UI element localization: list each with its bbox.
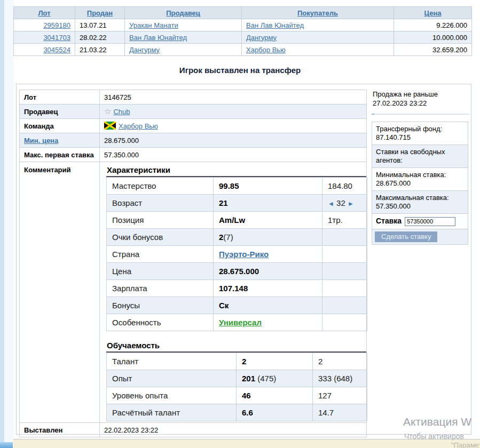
spacer (106, 331, 366, 339)
char-row: Бонусы Ск (107, 297, 367, 314)
comment-row: Комментарий Характеристики Мастерство 99… (20, 162, 367, 423)
seller-link[interactable]: Ван Лав Юнайтед (129, 34, 187, 42)
sold-date: 28.02.22 (75, 31, 125, 44)
comment-label: Комментарий (20, 162, 100, 423)
max-bid-value: 57.350.000 (376, 202, 411, 210)
bid-label: Ставка (376, 217, 402, 225)
min-bid-row: Минимальная ставка: 28.675.000 (372, 168, 468, 191)
free-agent-bids-row: Ставки на свободных агентов: (372, 145, 468, 168)
free-agent-bids-label: Ставки на свободных агентов: (372, 145, 468, 168)
min-bid-value: 28.675.000 (376, 179, 411, 187)
characteristics-table: Мастерство 99.85 184.80 Возраст 21 ◄ 32 … (106, 177, 367, 331)
training-row: Талант 2 2 (107, 353, 367, 370)
history-row: 3045524 21.03.22 Дангурму Харбор Вью 32.… (14, 44, 472, 56)
min-price-row: Мин. цена 28.675.000 (20, 133, 367, 148)
sort-price-link[interactable]: Цена (424, 9, 442, 17)
lot-link[interactable]: 3045524 (43, 46, 70, 54)
age-compare-value: 32 (336, 198, 345, 207)
windows-activation-watermark-line1: Активация W (403, 415, 471, 428)
char-row: Мастерство 99.85 184.80 (107, 178, 367, 195)
buyer-link[interactable]: Харбор Вью (246, 46, 286, 54)
listed-label: Выставлен (20, 423, 100, 437)
lot-label: Лот (20, 90, 100, 105)
age-next-icon[interactable]: ► (348, 200, 354, 207)
transfer-fund-label: Трансферный фонд: (376, 125, 442, 133)
listed-row: Выставлен 22.02.2023 23:22 (20, 423, 367, 437)
sort-seller-link[interactable]: Продавец (166, 9, 200, 17)
seller-row: Продавец ☆Chub (20, 105, 367, 119)
bid-button-row: Сделать ставку (372, 229, 468, 244)
max-first-bid-label: Макс. первая ставка (20, 148, 100, 162)
page-title: Игрок выставлен на трансфер (0, 66, 480, 75)
lot-link[interactable]: 2959180 (43, 21, 70, 29)
buyer-link[interactable]: Дангурму (246, 34, 277, 42)
bid-info-table: Трансферный фонд: 87.140.715 Ставки на с… (372, 122, 468, 245)
seller-link[interactable]: Дангурму (129, 46, 160, 54)
bottom-left-blue-bar (0, 442, 13, 448)
specialty-link[interactable]: Универсал (219, 318, 262, 327)
price-value: 10.000.000 (394, 31, 472, 44)
char-row: Позиция Am/Lw 1тр. (107, 212, 367, 229)
windows-activation-watermark-line2: Чтобы активиров (404, 432, 464, 441)
listed-value: 22.02.2023 23:22 (100, 423, 367, 437)
transfer-fund-row: Трансферный фонд: 87.140.715 (372, 122, 468, 145)
max-bid-row: Максимальная ставка: 57.350.000 (372, 191, 468, 214)
price-value: 32.659.200 (394, 44, 472, 56)
lot-row: Лот 3146725 (20, 90, 367, 105)
history-header-row: Лот Продан Продавец Покупатель Цена (14, 7, 472, 19)
sort-sold-link[interactable]: Продан (87, 9, 113, 17)
char-row: Очки бонусов 2(7) (107, 229, 367, 246)
seller-link[interactable]: Уракан Манати (129, 21, 178, 29)
transfer-history-table: Лот Продан Продавец Покупатель Цена 2959… (13, 6, 472, 56)
country-link[interactable]: Пуэрто-Рико (219, 250, 269, 259)
char-row-age: Возраст 21 ◄ 32 ► (107, 195, 367, 212)
bid-input[interactable] (405, 217, 455, 226)
char-row-specialty: Особенность Универсал (107, 314, 367, 331)
buyer-link[interactable]: Ван Лав Юнайтед (246, 21, 304, 29)
training-table: Талант 2 2 Опыт 201 (475) 333 (648) Уров… (106, 353, 367, 421)
sale-not-before-line2: 27.02.2023 23:22 (372, 99, 469, 108)
max-first-bid-row: Макс. первая ставка 57.350.000 (20, 148, 367, 162)
lot-value: 3146725 (100, 90, 367, 105)
history-row: 3041703 28.02.22 Ван Лав Юнайтед Дангурм… (14, 31, 472, 44)
sale-not-before-line1: Продажа не раньше (372, 90, 469, 99)
team-label: Команда (20, 119, 100, 133)
training-row: Уровень опыта 46 127 (107, 387, 367, 404)
transfer-fund-value: 87.140.715 (376, 133, 411, 141)
price-value: 9.226.000 (394, 19, 472, 31)
char-row: Зарплата 107.148 (107, 280, 367, 297)
team-row: Команда Харбор Вью (20, 119, 367, 133)
lot-detail-table: Лот 3146725 Продавец ☆Chub Команда Харбо… (19, 90, 367, 437)
char-row: Цена 28.675.000 (107, 263, 367, 280)
seller-label: Продавец (20, 105, 100, 119)
make-bid-button[interactable]: Сделать ставку (375, 231, 437, 242)
lot-link[interactable]: 3041703 (43, 34, 70, 42)
bid-input-row: Ставка (372, 214, 468, 229)
characteristics-title: Характеристики (106, 164, 367, 177)
sold-date: 21.03.22 (75, 44, 125, 56)
sort-lot-link[interactable]: Лот (38, 9, 50, 17)
transfer-lot-panel: Лот 3146725 Продавец ☆Chub Команда Харбо… (16, 84, 471, 435)
bid-sidebar: Продажа не раньше 27.02.2023 23:22 Транс… (372, 90, 469, 245)
min-price-value: 28.675.000 (100, 133, 367, 148)
training-row: Расчётный талант 6.6 14.7 (107, 404, 367, 421)
history-row: 2959180 13.07.21 Уракан Манати Ван Лав Ю… (14, 19, 472, 31)
training-title: Обучаемость (106, 340, 367, 353)
jamaica-flag-icon (104, 122, 116, 130)
char-row-country: Страна Пуэрто-Рико (107, 246, 367, 263)
max-bid-label: Максимальная ставка: (376, 194, 449, 202)
max-first-bid-value: 57.350.000 (100, 148, 367, 162)
training-row: Опыт 201 (475) 333 (648) (107, 370, 367, 387)
seller-manager-link[interactable]: Chub (113, 108, 130, 116)
windows-activation-watermark-line3: "Параметры". (451, 441, 480, 448)
star-icon: ☆ (104, 107, 111, 116)
min-price-link[interactable]: Мин. цена (24, 137, 58, 145)
sold-date: 13.07.21 (75, 19, 125, 31)
age-prev-icon[interactable]: ◄ (328, 200, 334, 207)
sidebar-divider (372, 114, 469, 115)
team-link[interactable]: Харбор Вью (119, 122, 158, 130)
min-bid-label: Минимальная ставка: (376, 171, 446, 179)
sort-buyer-link[interactable]: Покупатель (297, 9, 338, 17)
